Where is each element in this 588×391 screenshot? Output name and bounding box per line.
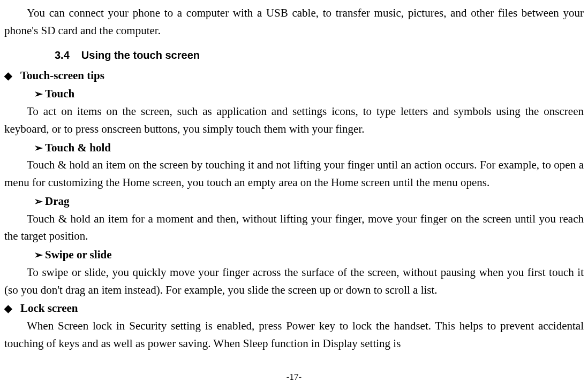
section-number: 3.4 (55, 47, 70, 64)
touch-heading-text: Touch (45, 87, 74, 100)
lock-heading-text: Lock screen (20, 302, 78, 315)
touch-body: To act on items on the screen, such as a… (4, 103, 584, 138)
intro-paragraph: You can connect your phone to a computer… (4, 4, 584, 40)
drag-body: Touch & hold an item for a moment and th… (4, 210, 584, 246)
chevron-icon: ➢ (34, 194, 43, 210)
diamond-icon: ◆ (4, 301, 20, 317)
touch-hold-heading: ➢Touch & hold (34, 139, 584, 157)
touch-hold-body: Touch & hold an item on the screen by to… (4, 156, 584, 191)
chevron-icon: ➢ (34, 140, 43, 156)
lock-body: When Screen lock in Security setting is … (4, 317, 584, 352)
tips-heading-item: ◆Touch-screen tips (4, 67, 584, 85)
drag-heading: ➢Drag (34, 193, 584, 210)
touch-heading: ➢Touch (34, 85, 584, 103)
swipe-body: To swipe or slide, you quickly move your… (4, 264, 584, 299)
swipe-heading-text: Swipe or slide (45, 248, 111, 261)
chevron-icon: ➢ (34, 247, 43, 263)
page-number: -17- (0, 370, 588, 385)
chevron-icon: ➢ (34, 86, 43, 102)
swipe-heading: ➢Swipe or slide (34, 246, 584, 264)
diamond-icon: ◆ (4, 68, 20, 84)
lock-heading-item: ◆Lock screen (4, 300, 584, 317)
drag-heading-text: Drag (45, 195, 70, 208)
touch-hold-heading-text: Touch & hold (45, 141, 111, 154)
section-title: Using the touch screen (81, 49, 200, 61)
section-heading: 3.4Using the touch screen (55, 47, 584, 64)
tips-heading-text: Touch-screen tips (20, 69, 104, 82)
